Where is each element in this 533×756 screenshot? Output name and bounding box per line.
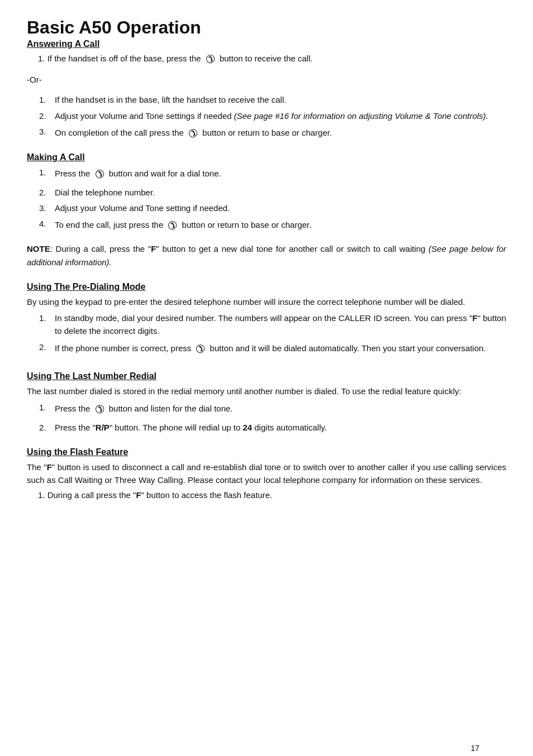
phone-icon-3: ✆ xyxy=(95,166,104,183)
note-text: : During a call, press the "F" button to… xyxy=(50,244,429,253)
flash-step1-text: 1. During a call press the "F" button to… xyxy=(38,490,272,500)
step-text: To end the call, just press the ✆ button… xyxy=(55,217,506,235)
section-last-number-redial: Using The Last Number Redial The last nu… xyxy=(27,371,506,434)
italic-note: (See page #16 for information on adjusti… xyxy=(234,111,488,121)
answering-steps-list: 1. If the handset is in the base, lift t… xyxy=(39,93,506,142)
section-predialing: Using The Pre-Dialing Mode By using the … xyxy=(27,282,506,358)
step-text: Press the ✆ button and listen for the di… xyxy=(55,401,506,418)
heading-answering-call: Answering A Call xyxy=(27,39,506,49)
step-num: 2. xyxy=(39,341,55,353)
section-making-call: Making A Call 1. Press the ✆ button and … xyxy=(27,152,506,269)
step-text: Dial the telephone number. xyxy=(55,186,506,199)
or-separator: -Or- xyxy=(27,75,506,84)
step-text: If the phone number is correct, press ✆ … xyxy=(55,341,506,358)
making-step1: 1. Press the ✆ button and wait for a dia… xyxy=(39,166,506,183)
answering-step1-prefix: 1. If the handset is off of the base, pr… xyxy=(38,54,201,63)
heading-making-call: Making A Call xyxy=(27,152,506,162)
last-redial-step1: 1. Press the ✆ button and listen for the… xyxy=(39,401,506,418)
step-num: 4. xyxy=(39,217,55,230)
step-num: 1. xyxy=(39,166,55,179)
phone-icon-4: ✆ xyxy=(168,217,177,235)
step-num: 1. xyxy=(39,312,55,324)
answering-or-step1: 1. If the handset is in the base, lift t… xyxy=(39,93,506,106)
section-answering-call: Answering A Call 1. If the handset is of… xyxy=(27,39,506,142)
answering-or-step2: 2. Adjust your Volume and Tone settings … xyxy=(39,109,506,122)
predialing-steps: 1. In standby mode, dial your desired nu… xyxy=(39,312,506,358)
step-text: Press the ✆ button and wait for a dial t… xyxy=(55,166,506,183)
rp-button-ref: R/P xyxy=(96,423,110,432)
f-button-ref: F xyxy=(151,244,156,253)
predialing-body: By using the keypad to pre-enter the des… xyxy=(27,295,506,308)
phone-icon-5: ✆ xyxy=(196,341,205,358)
last-number-redial-body: The last number dialed is stored in the … xyxy=(27,385,506,398)
step-num: 1. xyxy=(39,93,55,106)
digit-count: 24 xyxy=(242,423,252,432)
step-num: 2. xyxy=(39,186,55,199)
heading-flash-feature: Using the Flash Feature xyxy=(27,447,506,457)
answering-or-step3: 3. On completion of the call press the ✆… xyxy=(39,125,506,142)
step-num: 3. xyxy=(39,202,55,214)
answering-step1-suffix: button to receive the call. xyxy=(220,54,313,63)
step-num: 3. xyxy=(39,125,55,138)
phone-icon-2: ✆ xyxy=(188,125,198,142)
predialing-step1: 1. In standby mode, dial your desired nu… xyxy=(39,312,506,338)
step-text: If the handset is in the base, lift the … xyxy=(55,93,506,106)
step-text: Adjust your Volume and Tone setting if n… xyxy=(55,202,506,214)
phone-icon-6: ✆ xyxy=(95,401,104,418)
making-step2: 2. Dial the telephone number. xyxy=(39,186,506,199)
f-button-ref: F xyxy=(472,313,477,323)
last-redial-step2: 2. Press the "R/P" button. The phone wil… xyxy=(39,421,506,434)
heading-predialing: Using The Pre-Dialing Mode xyxy=(27,282,506,292)
step-text: Adjust your Volume and Tone settings if … xyxy=(55,109,506,122)
note-label: NOTE xyxy=(27,244,50,253)
step-text: In standby mode, dial your desired numbe… xyxy=(55,312,506,338)
step-text: Press the "R/P" button. The phone will r… xyxy=(55,421,506,434)
flash-feature-body: The "F" button is used to disconnect a c… xyxy=(27,461,506,487)
answering-step1-line: 1. If the handset is off of the base, pr… xyxy=(38,52,506,66)
step-num: 2. xyxy=(39,109,55,122)
page-number: 17 xyxy=(470,744,479,753)
flash-feature-step1: 1. During a call press the "F" button to… xyxy=(38,490,506,500)
making-step3: 3. Adjust your Volume and Tone setting i… xyxy=(39,202,506,214)
step-text: On completion of the call press the ✆ bu… xyxy=(55,125,506,142)
making-call-steps: 1. Press the ✆ button and wait for a dia… xyxy=(39,166,506,235)
step-num: 1. xyxy=(39,401,55,414)
making-call-note: NOTE: During a call, press the "F" butto… xyxy=(27,242,506,269)
last-redial-steps: 1. Press the ✆ button and listen for the… xyxy=(39,401,506,434)
section-flash-feature: Using the Flash Feature The "F" button i… xyxy=(27,447,506,500)
phone-icon-1: ✆ xyxy=(206,52,215,66)
predialing-step2: 2. If the phone number is correct, press… xyxy=(39,341,506,358)
f-button-flash-step: F xyxy=(136,490,141,500)
f-button-flash-ref: F xyxy=(47,462,52,472)
making-step4: 4. To end the call, just press the ✆ but… xyxy=(39,217,506,235)
page-title: Basic A50 Operation xyxy=(27,17,506,38)
heading-last-number-redial: Using The Last Number Redial xyxy=(27,371,506,381)
step-num: 2. xyxy=(39,421,55,434)
